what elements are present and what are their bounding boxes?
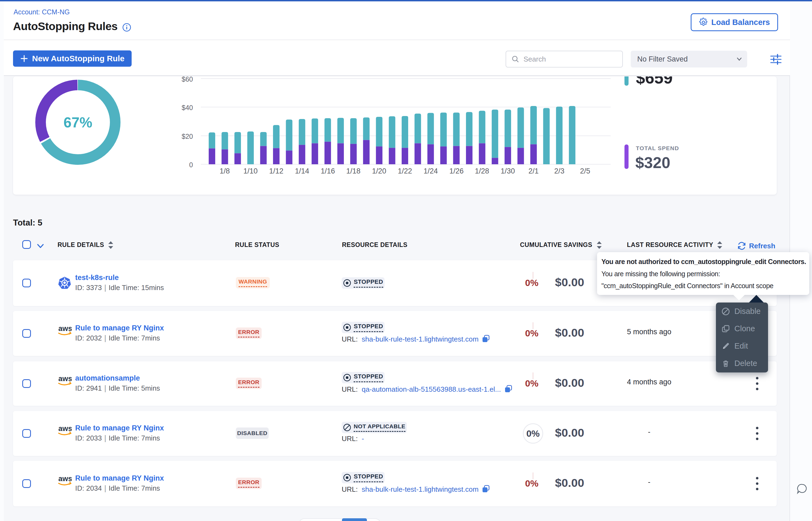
svg-text:$40: $40 xyxy=(181,104,193,111)
svg-text:$659: $659 xyxy=(636,76,673,87)
svg-text:1/22: 1/22 xyxy=(398,167,412,175)
svg-text:0%: 0% xyxy=(526,428,539,438)
svg-text:aws: aws xyxy=(58,475,72,483)
svg-text:1/16: 1/16 xyxy=(321,167,335,175)
svg-text:67%: 67% xyxy=(64,114,92,130)
svg-text:1/14: 1/14 xyxy=(295,167,309,175)
svg-text:2/3: 2/3 xyxy=(554,167,564,175)
svg-text:2/5: 2/5 xyxy=(580,167,590,175)
svg-text:aws: aws xyxy=(58,425,72,433)
svg-text:1/10: 1/10 xyxy=(243,167,258,175)
svg-text:1/12: 1/12 xyxy=(269,167,284,175)
svg-text:1/30: 1/30 xyxy=(501,167,515,175)
svg-text:$20: $20 xyxy=(181,133,193,140)
svg-text:1/18: 1/18 xyxy=(346,167,361,175)
svg-text:0: 0 xyxy=(189,161,193,168)
svg-text:TOTAL SPEND: TOTAL SPEND xyxy=(636,145,679,151)
svg-text:1/8: 1/8 xyxy=(219,167,230,175)
svg-text:1/20: 1/20 xyxy=(372,167,386,175)
svg-text:$320: $320 xyxy=(635,154,670,171)
svg-text:aws: aws xyxy=(58,375,72,383)
svg-text:1/28: 1/28 xyxy=(475,167,489,175)
svg-text:1/24: 1/24 xyxy=(424,167,438,175)
svg-text:1/26: 1/26 xyxy=(449,167,464,175)
svg-text:$60: $60 xyxy=(181,76,193,83)
svg-text:aws: aws xyxy=(58,324,72,333)
svg-text:2/1: 2/1 xyxy=(528,167,539,175)
